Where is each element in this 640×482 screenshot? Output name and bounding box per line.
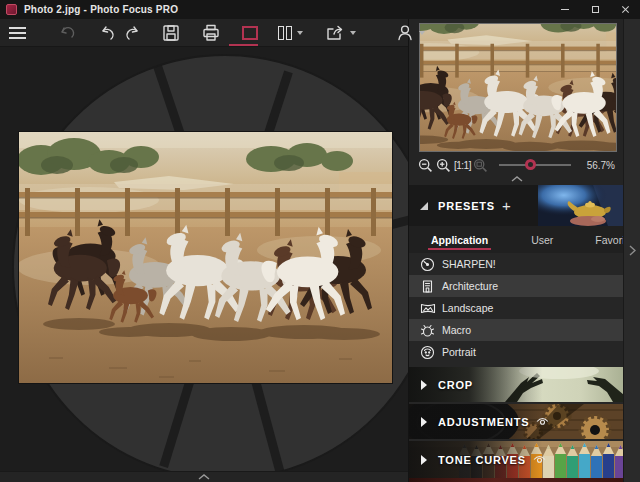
redo-icon xyxy=(123,25,140,41)
print-button[interactable] xyxy=(199,21,223,45)
tone-curves-visibility-toggle[interactable] xyxy=(533,455,546,464)
minimize-button[interactable] xyxy=(550,0,580,19)
bug-icon xyxy=(419,322,436,339)
gauge-icon xyxy=(419,256,436,273)
tab-application[interactable]: Application xyxy=(431,226,488,253)
chevron-up-icon xyxy=(511,176,523,182)
adjustments-title: ADJUSTMENTS xyxy=(438,416,529,428)
crop-collapsed-icon[interactable] xyxy=(421,380,427,390)
crop-title: CROP xyxy=(438,379,473,391)
presets-tab-bar: Application User Favorites xyxy=(409,226,624,253)
canvas-area xyxy=(0,47,408,482)
tone-curves-section-header[interactable]: TONE CURVES xyxy=(409,441,624,478)
panel-expander-strip[interactable] xyxy=(623,19,640,482)
save-button[interactable] xyxy=(159,21,183,45)
eye-icon xyxy=(536,417,549,426)
maximize-icon xyxy=(592,6,599,13)
add-preset-button[interactable]: + xyxy=(502,198,511,213)
tone-curves-title: TONE CURVES xyxy=(438,454,526,466)
crop-section-header[interactable]: CROP xyxy=(409,367,624,402)
zoom-slider-knob[interactable] xyxy=(525,159,536,170)
preset-item-portrait[interactable]: Portrait xyxy=(409,341,624,363)
chevron-up-icon xyxy=(198,474,210,480)
zoom-in-button[interactable] xyxy=(436,158,451,173)
print-icon xyxy=(202,24,220,42)
eye-icon xyxy=(533,455,546,464)
preset-item-sharpen[interactable]: SHARPEN! xyxy=(409,253,624,275)
tone-curves-collapsed-icon[interactable] xyxy=(421,455,427,465)
zoom-slider[interactable] xyxy=(499,159,571,171)
bottom-panel-expander[interactable] xyxy=(0,471,408,482)
account-button[interactable] xyxy=(393,21,428,45)
account-person-icon xyxy=(396,24,414,41)
export-share-icon xyxy=(325,24,345,41)
window-title: Photo 2.jpg - Photo Focus PRO xyxy=(24,4,178,15)
single-view-icon xyxy=(242,26,258,40)
preset-label: Portrait xyxy=(442,346,476,358)
photo-canvas[interactable] xyxy=(19,132,392,383)
adjustments-visibility-toggle[interactable] xyxy=(536,417,549,426)
chevron-down-icon xyxy=(297,31,303,35)
preset-label: Macro xyxy=(442,324,471,336)
zoom-percentage: 56.7% xyxy=(579,160,615,171)
export-button[interactable] xyxy=(322,21,359,45)
horses-photo xyxy=(19,132,392,383)
close-icon xyxy=(621,5,630,14)
presets-section-header[interactable]: PRESETS + xyxy=(409,185,624,226)
adjustments-section-header[interactable]: ADJUSTMENTS xyxy=(409,404,624,439)
presets-expanded-icon[interactable] xyxy=(420,202,428,210)
adjustments-collapsed-icon[interactable] xyxy=(421,417,427,427)
undo-button[interactable] xyxy=(97,21,120,45)
preset-item-architecture[interactable]: Architecture xyxy=(409,275,624,297)
right-panel: [1:1] 56.7% xyxy=(408,19,623,482)
close-button[interactable] xyxy=(610,0,640,19)
portrait-icon xyxy=(419,344,436,361)
fit-to-screen-button[interactable] xyxy=(473,158,488,173)
next-section-edge xyxy=(409,478,624,482)
tab-user[interactable]: User xyxy=(531,226,553,253)
toolbar xyxy=(0,19,408,47)
preset-list: SHARPEN! Architecture Landscape xyxy=(409,253,624,363)
chevron-down-icon xyxy=(419,31,425,35)
zoom-controls: [1:1] 56.7% xyxy=(409,155,624,175)
undo-history-icon xyxy=(59,24,78,41)
presets-title: PRESETS xyxy=(438,200,495,212)
single-view-button[interactable] xyxy=(239,21,261,45)
navigator-preview-image xyxy=(420,24,616,151)
panorama-icon xyxy=(419,300,436,317)
maximize-button[interactable] xyxy=(580,0,610,19)
active-tool-underline xyxy=(229,44,258,46)
preset-item-landscape[interactable]: Landscape xyxy=(409,297,624,319)
save-icon xyxy=(162,24,180,42)
actual-size-button[interactable]: [1:1] xyxy=(454,160,471,171)
app-icon xyxy=(6,4,17,15)
chevron-down-icon xyxy=(350,31,356,35)
zoom-out-button[interactable] xyxy=(418,158,433,173)
menu-button[interactable] xyxy=(9,27,26,39)
navigator-panel: [1:1] 56.7% xyxy=(409,19,624,185)
compare-view-icon xyxy=(278,26,292,40)
undo-icon xyxy=(100,25,117,41)
building-icon xyxy=(419,278,436,295)
zoom-out-icon xyxy=(418,158,433,173)
undo-history-button[interactable] xyxy=(56,21,81,45)
preset-label: Architecture xyxy=(442,280,498,292)
presets-banner-image xyxy=(538,185,624,226)
preset-label: SHARPEN! xyxy=(442,258,496,270)
navigator-thumbnail[interactable] xyxy=(419,23,617,152)
chevron-right-icon xyxy=(629,245,636,256)
navigator-collapse-button[interactable] xyxy=(409,176,624,182)
minimize-icon xyxy=(561,9,569,10)
compare-view-button[interactable] xyxy=(275,21,306,45)
preset-label: Landscape xyxy=(442,302,493,314)
preset-item-macro[interactable]: Macro xyxy=(409,319,624,341)
title-bar: Photo 2.jpg - Photo Focus PRO xyxy=(0,0,640,19)
fit-screen-icon xyxy=(473,158,488,173)
zoom-in-icon xyxy=(436,158,451,173)
redo-button[interactable] xyxy=(120,21,143,45)
